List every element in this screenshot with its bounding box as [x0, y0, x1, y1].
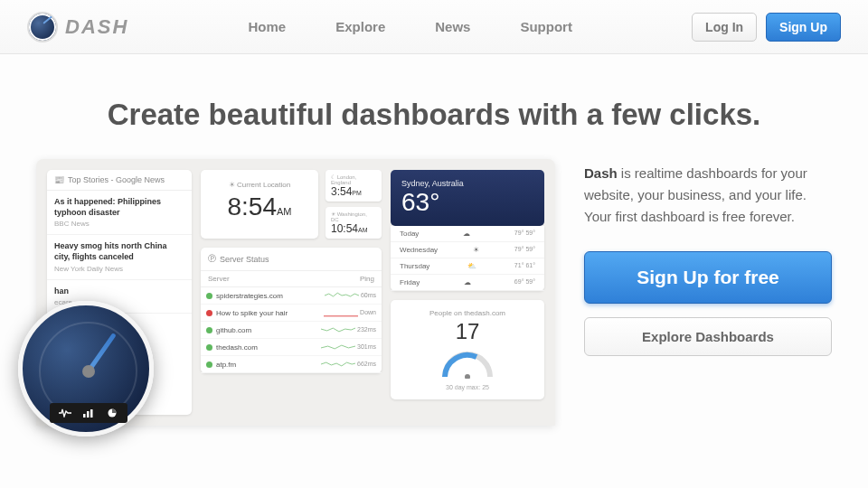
forecast-row: Thursday⛅71° 61° [391, 258, 544, 275]
content-row: 📰 Top Stories - Google News As it happen… [0, 159, 868, 426]
news-item: Heavy smog hits north China city, flight… [47, 235, 192, 279]
table-row: thedash.com 301ms [201, 339, 382, 356]
forecast-row: Today☁79° 59° [391, 226, 544, 242]
gauge-icon [440, 350, 495, 379]
svg-rect-3 [87, 411, 90, 418]
nav-home[interactable]: Home [249, 19, 287, 34]
explore-dashboards-button[interactable]: Explore Dashboards [584, 317, 832, 356]
large-gauge-icon [18, 301, 154, 436]
middle-column: ☀ Current Location 8:54AM ☾ London, Engl… [201, 170, 382, 415]
svg-rect-2 [83, 414, 86, 418]
nav-news[interactable]: News [435, 19, 470, 34]
hero-title: Create beautiful dashboards with a few c… [0, 98, 868, 132]
clock-widget: ☀ Current Location 8:54AM [201, 170, 318, 239]
pie-icon [106, 408, 118, 418]
mini-clock: ☀ Washington, DC 10:54AM [326, 207, 382, 239]
news-header: 📰 Top Stories - Google News [47, 170, 192, 191]
server-widget: Ⓟ Server Status ServerPing spiderstrateg… [201, 248, 382, 373]
right-column: Sydney, Australia 63° Today☁79° 59° Wedn… [391, 170, 544, 415]
brand-name: DASH [65, 15, 128, 39]
weather-widget: Sydney, Australia 63° Today☁79° 59° Wedn… [391, 170, 544, 291]
mini-clocks: ☾ London, England 3:54PM ☀ Washington, D… [326, 170, 382, 239]
main-nav: Home Explore News Support [249, 19, 572, 34]
signup-free-button[interactable]: Sign Up for free [584, 251, 832, 304]
clock-time: 8:54AM [208, 192, 311, 221]
hero: Create beautiful dashboards with a few c… [0, 54, 868, 159]
gauge-icon [27, 12, 58, 42]
auth-buttons: Log In Sign Up [692, 13, 841, 42]
news-icon: 📰 [54, 175, 64, 184]
server-table: ServerPing spiderstrategies.com 60ms How… [201, 271, 382, 373]
bars-icon [82, 408, 95, 418]
server-header: Ⓟ Server Status [201, 248, 382, 271]
mini-clock: ☾ London, England 3:54PM [326, 170, 382, 202]
table-row: spiderstrategies.com 60ms [201, 287, 382, 305]
table-row: atp.fm 662ms [201, 356, 382, 373]
weather-temp: 63° [401, 188, 533, 217]
clock-location: ☀ Current Location [208, 181, 311, 189]
clock-row: ☀ Current Location 8:54AM ☾ London, Engl… [201, 170, 382, 239]
people-widget: People on thedash.com 17 30 day max: 25 [391, 300, 544, 399]
nav-explore[interactable]: Explore [335, 19, 385, 34]
logo[interactable]: DASH [27, 12, 128, 42]
pitch-text: Dash is realtime dashboards for your web… [584, 163, 832, 228]
news-item: As it happened: Philippines typhoon disa… [47, 191, 192, 235]
people-count: 17 [400, 319, 535, 344]
nav-support[interactable]: Support [520, 19, 572, 34]
table-row: How to spike your hair Down [201, 305, 382, 322]
pulse-icon [59, 408, 71, 418]
svg-rect-4 [90, 409, 93, 418]
forecast-row: Wednesday☀79° 59° [391, 242, 544, 258]
side-panel: Dash is realtime dashboards for your web… [584, 159, 832, 426]
weather-city: Sydney, Australia [401, 179, 533, 188]
signup-button[interactable]: Sign Up [766, 13, 841, 42]
forecast-row: Friday☁69° 59° [391, 275, 544, 291]
table-row: github.com 232ms [201, 322, 382, 339]
header: DASH Home Explore News Support Log In Si… [0, 0, 868, 54]
svg-point-1 [465, 374, 470, 379]
dashboard-preview: 📰 Top Stories - Google News As it happen… [36, 159, 555, 426]
login-button[interactable]: Log In [692, 13, 757, 42]
